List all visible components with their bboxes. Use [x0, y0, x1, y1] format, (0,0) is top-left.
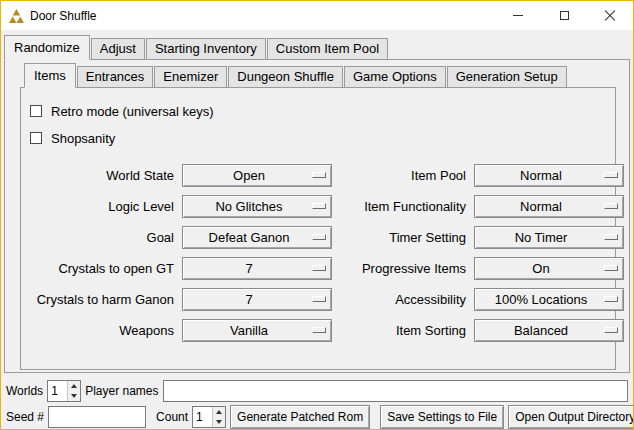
crystals-ganon-dropdown[interactable]: 7 [182, 288, 332, 311]
multiworld-row: Worlds 1 Player names [6, 378, 628, 404]
generate-row: Seed # Count 1 Generate Patched Rom Save… [6, 404, 628, 430]
item-sorting-label: Item Sorting [340, 323, 466, 338]
count-up-arrow-icon[interactable] [213, 407, 225, 417]
title-bar[interactable]: Door Shuffle [1, 1, 633, 30]
dropdown-indicator-icon [604, 172, 618, 178]
app-icon [8, 8, 24, 24]
retro-mode-label: Retro mode (universal keys) [51, 104, 214, 119]
bottom-bar: Worlds 1 Player names Seed # Count 1 [1, 378, 633, 430]
goal-dropdown[interactable]: Defeat Ganon [182, 226, 332, 249]
shopsanity-checkbox[interactable] [30, 132, 42, 144]
retro-mode-checkbox[interactable] [30, 105, 42, 117]
progressive-items-label: Progressive Items [340, 261, 466, 276]
item-pool-dropdown[interactable]: Normal [474, 164, 624, 187]
window-title: Door Shuffle [30, 9, 97, 23]
world-state-label: World State [28, 168, 174, 183]
minimize-button[interactable] [495, 1, 541, 30]
open-output-directory-button[interactable]: Open Output Directory [508, 405, 634, 429]
worlds-label: Worlds [6, 384, 43, 398]
dropdown-indicator-icon [312, 234, 326, 240]
tab-custom-item-pool[interactable]: Custom Item Pool [267, 38, 388, 60]
maximize-icon [560, 11, 569, 20]
logic-level-dropdown[interactable]: No Glitches [182, 195, 332, 218]
dropdown-indicator-icon [604, 327, 618, 333]
options-grid: World State Open Item Pool Normal Logic … [28, 164, 615, 342]
worlds-down-arrow-icon[interactable] [68, 391, 80, 401]
tab-items[interactable]: Items [24, 63, 76, 88]
retro-mode-row: Retro mode (universal keys) [30, 101, 615, 121]
sub-tab-bar: Items Entrances Enemizer Dungeon Shuffle… [20, 60, 629, 87]
accessibility-label: Accessibility [340, 292, 466, 307]
seed-label: Seed # [6, 410, 44, 424]
crystals-ganon-label: Crystals to harm Ganon [28, 292, 174, 307]
tab-adjust[interactable]: Adjust [91, 38, 145, 60]
app-window: Door Shuffle Randomize Adjust Starting I… [0, 0, 634, 430]
dropdown-indicator-icon [312, 327, 326, 333]
tab-dungeon-shuffle[interactable]: Dungeon Shuffle [228, 66, 343, 88]
player-names-input[interactable] [163, 380, 629, 402]
maximize-button[interactable] [541, 1, 587, 30]
shopsanity-row: Shopsanity [30, 128, 615, 148]
count-stepper[interactable]: 1 [192, 406, 226, 428]
close-icon [604, 10, 616, 22]
dropdown-indicator-icon [312, 296, 326, 302]
item-sorting-dropdown[interactable]: Balanced [474, 319, 624, 342]
dropdown-indicator-icon [312, 203, 326, 209]
dropdown-indicator-icon [312, 265, 326, 271]
count-value: 1 [193, 407, 212, 427]
randomize-pane: Items Entrances Enemizer Dungeon Shuffle… [4, 59, 630, 373]
generate-patched-rom-button[interactable]: Generate Patched Rom [230, 405, 370, 429]
dropdown-indicator-icon [604, 296, 618, 302]
tab-enemizer[interactable]: Enemizer [154, 66, 227, 88]
seed-input[interactable] [48, 406, 146, 428]
worlds-up-arrow-icon[interactable] [68, 381, 80, 391]
crystals-gt-label: Crystals to open GT [28, 261, 174, 276]
minimize-icon [513, 15, 523, 16]
accessibility-dropdown[interactable]: 100% Locations [474, 288, 624, 311]
dropdown-indicator-icon [604, 265, 618, 271]
dropdown-indicator-icon [312, 172, 326, 178]
logic-level-label: Logic Level [28, 199, 174, 214]
timer-setting-label: Timer Setting [340, 230, 466, 245]
worlds-value: 1 [48, 381, 67, 401]
player-names-label: Player names [85, 384, 158, 398]
world-state-dropdown[interactable]: Open [182, 164, 332, 187]
close-button[interactable] [587, 1, 633, 30]
timer-setting-dropdown[interactable]: No Timer [474, 226, 624, 249]
count-down-arrow-icon[interactable] [213, 417, 225, 427]
count-label: Count [156, 410, 188, 424]
progressive-items-dropdown[interactable]: On [474, 257, 624, 280]
tab-entrances[interactable]: Entrances [77, 66, 154, 88]
weapons-dropdown[interactable]: Vanilla [182, 319, 332, 342]
tab-game-options[interactable]: Game Options [344, 66, 446, 88]
shopsanity-label: Shopsanity [51, 131, 115, 146]
items-pane: Retro mode (universal keys) Shopsanity W… [20, 87, 616, 370]
dropdown-indicator-icon [604, 203, 618, 209]
main-tab-bar: Randomize Adjust Starting Inventory Cust… [1, 30, 633, 59]
window-controls [495, 1, 633, 30]
crystals-gt-dropdown[interactable]: 7 [182, 257, 332, 280]
tab-generation-setup[interactable]: Generation Setup [447, 66, 567, 88]
goal-label: Goal [28, 230, 174, 245]
worlds-stepper[interactable]: 1 [47, 380, 81, 402]
weapons-label: Weapons [28, 323, 174, 338]
tab-starting-inventory[interactable]: Starting Inventory [146, 38, 266, 60]
item-functionality-dropdown[interactable]: Normal [474, 195, 624, 218]
save-settings-button[interactable]: Save Settings to File [380, 405, 504, 429]
tab-randomize[interactable]: Randomize [4, 35, 90, 60]
dropdown-indicator-icon [604, 234, 618, 240]
item-functionality-label: Item Functionality [340, 199, 466, 214]
item-pool-label: Item Pool [340, 168, 466, 183]
